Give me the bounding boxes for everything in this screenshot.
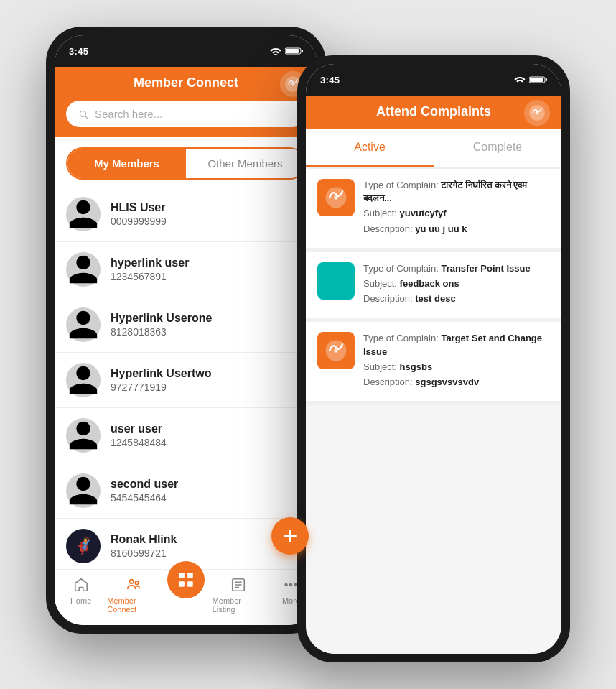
header-title: Attend Complaints (376, 104, 491, 119)
complaint-subject: Subject: feedback ons (363, 277, 550, 290)
complaint-card[interactable]: Type of Complain: टारगेट निर्धारित करने … (306, 169, 561, 252)
search-input[interactable]: Search here... (95, 108, 162, 120)
avatar (66, 252, 101, 287)
nav-home[interactable]: Home (55, 575, 107, 614)
tab-active[interactable]: Active (306, 129, 434, 167)
svg-point-14 (294, 584, 297, 586)
member-connect-icon (124, 575, 143, 594)
complaint-type: Type of Complain: Target Set and Change … (363, 332, 550, 358)
member-phone: 0009999999 (111, 216, 167, 227)
nav-center[interactable] (159, 575, 212, 614)
member-list: HLIS User 0009999999 hyperlink user 1234… (55, 187, 317, 569)
header: Member Connect (55, 67, 317, 101)
svg-point-4 (291, 82, 295, 85)
bottom-nav: Home Member Connect (55, 569, 317, 625)
member-tabs: My Members Other Members (66, 147, 306, 180)
complaint-desc: Description: sgsgsvsvsvdv (363, 376, 550, 389)
status-time: 3:45 (320, 75, 340, 85)
complaint-card[interactable]: Type of Complain: Transfer Point Issue S… (306, 252, 561, 323)
member-info: second user 5454545464 (111, 478, 178, 504)
svg-point-5 (129, 580, 134, 584)
member-info: Hyperlink Usertwo 9727771919 (111, 367, 211, 393)
complaint-type: Type of Complain: टारगेट निर्धारित करने … (363, 179, 550, 205)
phone-attend-complaints: 3:45 Attend Complaints (297, 55, 570, 662)
nav-member-listing-label: Member Listing (213, 596, 265, 614)
member-name: HLIS User (111, 201, 167, 214)
complaint-info: Type of Complain: Target Set and Change … (363, 332, 550, 391)
complaint-card[interactable]: Type of Complain: Target Set and Change … (306, 322, 561, 405)
member-name: hyperlink user (111, 256, 189, 269)
member-name: user user (111, 422, 167, 435)
member-phone: 5454545464 (111, 492, 178, 504)
member-info: HLIS User 0009999999 (111, 201, 167, 227)
svg-rect-16 (530, 78, 543, 82)
svg-point-6 (135, 581, 139, 585)
list-item[interactable]: user user 1245848484 (55, 408, 317, 463)
member-name: second user (111, 478, 178, 491)
member-info: hyperlink user 1234567891 (111, 256, 189, 282)
complaint-list: Type of Complain: टारगेट निर्धारित करने … (306, 169, 561, 654)
tab-my-members[interactable]: My Members (67, 149, 186, 178)
member-phone: 9727771919 (111, 382, 211, 393)
complaint-thumb (317, 179, 355, 216)
avatar (66, 197, 101, 231)
svg-point-12 (286, 584, 288, 586)
svg-rect-10 (187, 581, 193, 587)
notch (139, 35, 233, 55)
svg-rect-9 (179, 581, 185, 587)
nav-member-connect[interactable]: Member Connect (107, 575, 159, 614)
center-icon (167, 561, 205, 598)
avatar (66, 307, 101, 342)
status-time: 3:45 (69, 46, 88, 57)
svg-point-23 (334, 349, 337, 353)
phone-member-connect: 3:45 Member Connect (46, 27, 326, 634)
avatar: 🦸 (66, 529, 101, 563)
svg-rect-7 (179, 573, 185, 578)
member-name: Ronak Hlink (111, 533, 177, 546)
member-phone: 1234567891 (111, 271, 189, 282)
svg-rect-8 (187, 573, 193, 578)
complaint-subject: Subject: hsgsbs (363, 361, 550, 374)
member-listing-icon (229, 575, 248, 594)
complaint-thumb (317, 332, 355, 369)
complaint-thumb (317, 262, 355, 300)
app-logo (524, 100, 550, 126)
svg-rect-17 (546, 78, 547, 81)
member-phone: 8160599721 (111, 547, 177, 559)
search-icon (78, 108, 89, 120)
list-item[interactable]: hyperlink user 1234567891 (55, 242, 317, 297)
svg-point-21 (334, 195, 337, 199)
tab-other-members[interactable]: Other Members (186, 149, 304, 178)
list-item[interactable]: second user 5454545464 (55, 463, 317, 519)
complaint-desc: Description: yu uu j uu k (363, 223, 550, 236)
plus-icon (281, 527, 299, 545)
header-title: Member Connect (134, 75, 238, 91)
home-icon (72, 575, 90, 594)
list-item[interactable]: Hyperlink Userone 8128018363 (55, 297, 317, 353)
avatar (66, 363, 101, 397)
avatar (66, 418, 101, 453)
member-info: user user 1245848484 (111, 422, 167, 448)
svg-point-19 (536, 111, 539, 114)
complaint-desc: Description: test desc (363, 292, 550, 305)
search-input-wrap[interactable]: Search here... (66, 101, 306, 127)
nav-member-listing[interactable]: Member Listing (213, 575, 265, 614)
notch (387, 64, 480, 84)
list-item[interactable]: HLIS User 0009999999 (55, 187, 317, 242)
list-item[interactable]: Hyperlink Usertwo 9727771919 (55, 353, 317, 408)
header: Attend Complaints (306, 96, 561, 129)
member-name: Hyperlink Userone (111, 312, 212, 325)
member-phone: 8128018363 (111, 326, 212, 338)
nav-home-label: Home (70, 596, 91, 605)
scene: 3:45 Member Connect (32, 12, 584, 677)
status-icons (514, 75, 547, 84)
member-name: Hyperlink Usertwo (111, 367, 211, 380)
member-phone: 1245848484 (111, 437, 167, 448)
complaint-info: Type of Complain: Transfer Point Issue S… (363, 262, 550, 308)
avatar (66, 473, 101, 508)
tab-complete[interactable]: Complete (434, 129, 561, 167)
complaint-type: Type of Complain: Transfer Point Issue (363, 262, 550, 275)
add-button[interactable] (271, 517, 309, 555)
svg-rect-1 (286, 49, 299, 53)
search-bar: Search here... (55, 101, 317, 137)
